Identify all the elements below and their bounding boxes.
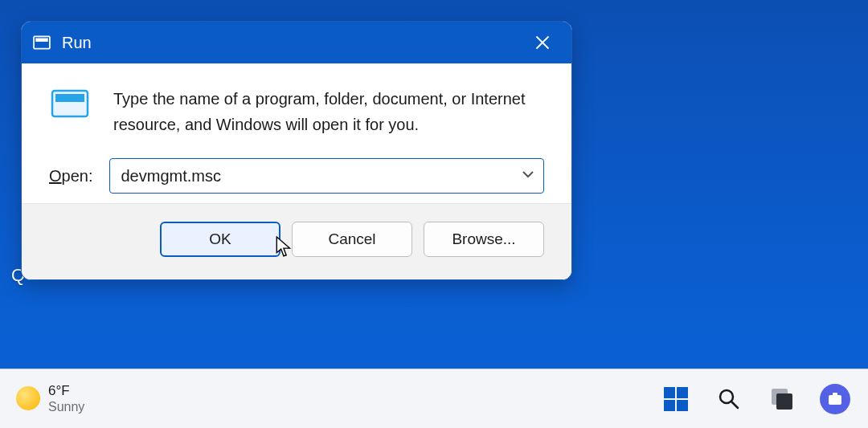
dialog-title: Run [62,34,92,52]
svg-rect-1 [35,39,47,42]
cancel-button[interactable]: Cancel [292,222,412,257]
run-dialog: Run Type the name of a program, folder, … [21,21,572,280]
svg-rect-6 [664,400,675,411]
svg-line-9 [731,402,738,408]
svg-rect-11 [833,393,837,396]
svg-rect-10 [829,395,841,405]
open-input[interactable] [121,167,522,185]
open-combobox[interactable] [109,158,545,194]
weather-sun-icon [16,386,40,410]
start-button[interactable] [659,382,693,416]
chat-icon [820,384,850,414]
weather-condition: Sunny [48,399,84,414]
run-app-icon [49,83,91,124]
task-view-icon [770,387,794,411]
svg-rect-4 [664,387,675,398]
task-view-button[interactable] [765,382,799,416]
chat-button[interactable] [818,382,852,416]
svg-rect-5 [677,387,688,398]
weather-widget[interactable]: 6°F Sunny [16,383,84,415]
svg-rect-7 [677,400,688,411]
titlebar[interactable]: Run [22,22,571,63]
taskbar: 6°F Sunny [0,369,868,428]
svg-rect-3 [55,94,84,102]
browse-button[interactable]: Browse... [424,222,544,257]
open-label: Open: [49,167,93,185]
search-icon [717,387,741,411]
weather-temperature: 6°F [48,383,84,399]
button-bar: OK Cancel Browse... [22,203,571,279]
search-button[interactable] [712,382,746,416]
chevron-down-icon[interactable] [521,167,535,185]
run-titlebar-icon [33,34,51,51]
windows-logo-icon [662,385,690,413]
ok-button[interactable]: OK [160,222,280,257]
dialog-body: Type the name of a program, folder, docu… [22,63,571,203]
close-button[interactable] [525,25,560,60]
dialog-description: Type the name of a program, folder, docu… [113,83,544,137]
